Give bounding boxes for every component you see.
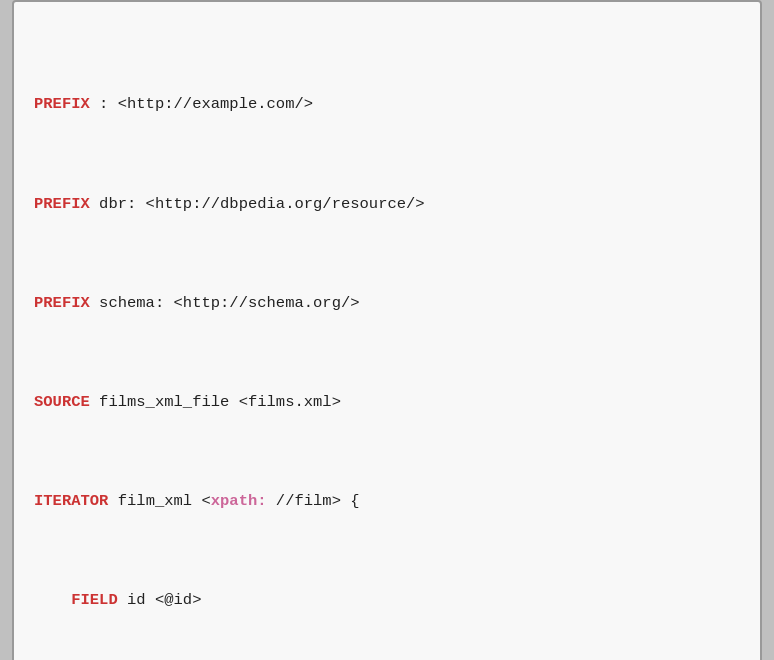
line-2: PREFIX dbr: <http://dbpedia.org/resource… [34,192,740,217]
line-1: PREFIX : <http://example.com/> [34,92,740,117]
code-editor: PREFIX : <http://example.com/> PREFIX db… [12,0,762,660]
line-5: ITERATOR film_xml <xpath: //film> { [34,489,740,514]
code-content: PREFIX : <http://example.com/> PREFIX db… [34,18,740,660]
line-4: SOURCE films_xml_file <films.xml> [34,390,740,415]
line-6: FIELD id <@id> [34,588,740,613]
line-3: PREFIX schema: <http://schema.org/> [34,291,740,316]
